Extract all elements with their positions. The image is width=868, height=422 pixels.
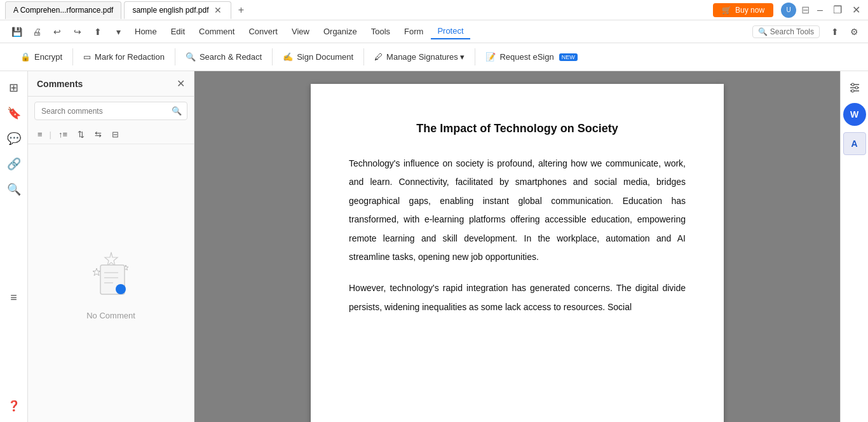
- tab-2[interactable]: sample english pdf.pdf ✕: [124, 1, 231, 19]
- sign-document-button[interactable]: ✍ Sign Document: [273, 48, 364, 65]
- window-minimize-button[interactable]: –: [815, 4, 825, 16]
- encrypt-button[interactable]: 🔒 Encrypt: [10, 48, 73, 65]
- sort-asc-button[interactable]: ↑≡: [55, 128, 71, 141]
- collapse-button[interactable]: ⇆: [92, 128, 105, 141]
- expand-button[interactable]: ⇅: [74, 128, 88, 141]
- upload-icon[interactable]: ⬆: [826, 23, 844, 41]
- buy-now-button[interactable]: 🛒 Buy now: [713, 3, 773, 17]
- dropdown-icon[interactable]: ▾: [109, 23, 127, 41]
- cart-icon: 🛒: [722, 6, 731, 15]
- word-ai-button[interactable]: W: [843, 103, 866, 126]
- word-icon: W: [850, 109, 858, 119]
- tab-1-label: A Comprehen...rformance.pdf: [13, 6, 113, 15]
- no-comment-area: No Comment: [28, 144, 194, 422]
- comments-header: Comments ✕: [28, 71, 194, 97]
- search-redact-button[interactable]: 🔍 Search & Redact: [175, 48, 273, 65]
- search-redact-icon: 🔍: [186, 52, 196, 62]
- filter2-button[interactable]: ⊟: [109, 128, 122, 141]
- menu-protect[interactable]: Protect: [431, 24, 470, 39]
- comments-search-box: 🔍: [34, 102, 187, 120]
- tab-2-close-icon[interactable]: ✕: [213, 5, 223, 15]
- save-icon[interactable]: 💾: [8, 23, 25, 41]
- search-icon[interactable]: 🔍: [166, 102, 187, 119]
- redo-icon[interactable]: ↪: [69, 23, 86, 41]
- sidebar-icon-attachments[interactable]: 🔗: [3, 153, 25, 175]
- sign-document-icon: ✍: [283, 52, 293, 62]
- ai-icon: A: [851, 139, 857, 149]
- svg-point-11: [851, 83, 854, 86]
- comments-title: Comments: [37, 79, 83, 89]
- minimize-icon: ⊟: [801, 4, 810, 16]
- print-icon[interactable]: 🖨: [28, 23, 46, 41]
- encrypt-icon: 🔒: [20, 52, 31, 62]
- menu-organize[interactable]: Organize: [317, 24, 363, 39]
- menu-convert[interactable]: Convert: [242, 24, 284, 39]
- no-comment-text: No Comment: [86, 311, 135, 320]
- filter-button[interactable]: ≡: [34, 128, 46, 141]
- paragraph-2: However, technology's rapid integration …: [349, 279, 686, 316]
- comments-close-icon[interactable]: ✕: [177, 78, 185, 90]
- window-restore-button[interactable]: ❐: [831, 4, 844, 16]
- tab-2-label: sample english pdf.pdf: [132, 6, 208, 15]
- sidebar-icon-search[interactable]: 🔍: [3, 178, 25, 201]
- sidebar-icon-pages[interactable]: ⊞: [3, 76, 25, 99]
- ai-assistant-button[interactable]: A: [843, 132, 866, 155]
- search-comments-input[interactable]: [35, 103, 166, 119]
- document-title: The Impact of Technology on Society: [349, 122, 686, 135]
- svg-point-13: [851, 90, 854, 92]
- menu-tools[interactable]: Tools: [365, 24, 397, 39]
- mark-redaction-icon: ▭: [83, 52, 91, 62]
- svg-marker-0: [105, 252, 118, 266]
- user-avatar[interactable]: U: [781, 3, 796, 18]
- menu-bar: 💾 🖨 ↩ ↪ ⬆ ▾ Home Edit Comment Convert Vi…: [0, 20, 868, 43]
- window-controls: U ⊟ – ❐ ✕: [781, 3, 863, 18]
- svg-point-7: [116, 284, 126, 294]
- menu-comment[interactable]: Comment: [193, 24, 241, 39]
- undo-icon[interactable]: ↩: [48, 23, 66, 41]
- window-close-button[interactable]: ✕: [850, 4, 863, 16]
- mark-redaction-button[interactable]: ▭ Mark for Redaction: [73, 48, 175, 65]
- menu-form[interactable]: Form: [398, 24, 430, 39]
- search-tools-label: Search Tools: [770, 27, 814, 36]
- comments-panel: Comments ✕ 🔍 ≡ | ↑≡ ⇅ ⇆ ⊟: [28, 71, 194, 422]
- svg-point-12: [855, 86, 858, 89]
- manage-signatures-icon: 🖊: [374, 52, 383, 62]
- share-icon[interactable]: ⬆: [89, 23, 107, 41]
- sidebar-icon-layers[interactable]: ≡: [3, 286, 25, 309]
- filter-settings-icon[interactable]: [843, 76, 866, 99]
- main-area: ⊞ 🔖 💬 🔗 🔍 ≡ ❓ Comments ✕ 🔍 ≡ | ↑≡ ⇅ ⇆ ⊟: [0, 71, 868, 422]
- search-tools-icon: 🔍: [758, 27, 768, 36]
- menu-edit[interactable]: Edit: [165, 24, 191, 39]
- settings-icon[interactable]: ⚙: [845, 23, 863, 41]
- document-page: The Impact of Technology on Society Tech…: [311, 84, 724, 422]
- protect-toolbar: 🔒 Encrypt ▭ Mark for Redaction 🔍 Search …: [0, 43, 868, 71]
- menu-view[interactable]: View: [285, 24, 316, 39]
- paragraph-1: Technology's influence on society is pro…: [349, 154, 686, 266]
- help-icon[interactable]: ❓: [3, 394, 25, 417]
- toolbar-icons: 💾 🖨 ↩ ↪ ⬆ ▾: [8, 23, 127, 41]
- sidebar-left: ⊞ 🔖 💬 🔗 🔍 ≡ ❓: [0, 71, 28, 422]
- tab-1[interactable]: A Comprehen...rformance.pdf: [5, 1, 121, 19]
- new-badge: NEW: [559, 53, 578, 61]
- document-area[interactable]: The Impact of Technology on Society Tech…: [194, 71, 840, 422]
- menu-home[interactable]: Home: [128, 24, 163, 39]
- document-body: Technology's influence on society is pro…: [349, 154, 686, 316]
- request-esign-icon: 📝: [485, 52, 496, 62]
- svg-marker-1: [93, 268, 100, 276]
- no-comment-illustration: [83, 246, 140, 303]
- sidebar-icon-bookmarks[interactable]: 🔖: [3, 102, 25, 125]
- search-tools-box[interactable]: 🔍 Search Tools: [752, 25, 820, 38]
- title-bar: A Comprehen...rformance.pdf sample engli…: [0, 0, 868, 20]
- request-esign-button[interactable]: 📝 Request eSign NEW: [475, 48, 587, 65]
- sidebar-right: W A: [840, 71, 868, 422]
- sidebar-icon-comments[interactable]: 💬: [3, 127, 25, 150]
- manage-signatures-button[interactable]: 🖊 Manage Signatures ▾: [364, 48, 475, 65]
- comments-toolbar: ≡ | ↑≡ ⇅ ⇆ ⊟: [28, 125, 194, 144]
- new-tab-button[interactable]: +: [234, 3, 249, 18]
